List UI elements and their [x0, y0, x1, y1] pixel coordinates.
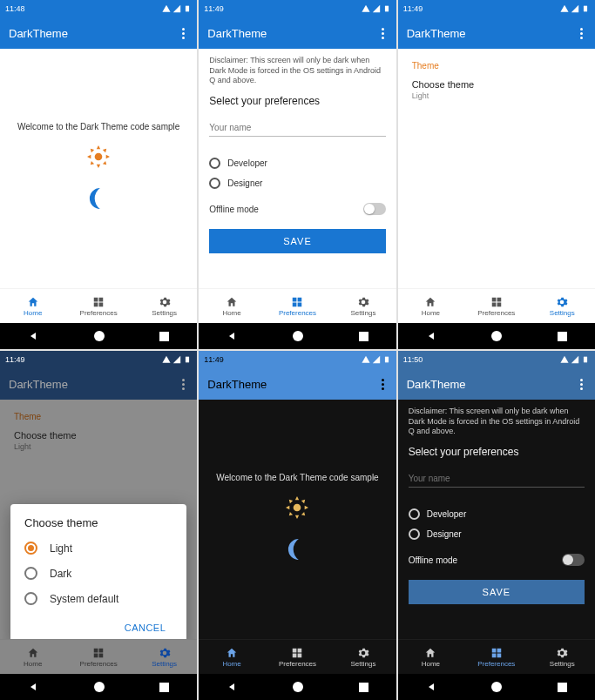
clock: 11:49 [204, 4, 224, 13]
overflow-menu-icon[interactable] [179, 375, 188, 394]
nav-home[interactable]: Home [398, 289, 463, 323]
app-title: DarkTheme [407, 378, 466, 391]
nav-settings[interactable]: Settings [132, 640, 197, 674]
back-icon[interactable] [426, 331, 436, 341]
status-bar: 11:50 [398, 351, 595, 368]
recents-icon[interactable] [558, 332, 567, 341]
nav-settings[interactable]: Settings [330, 640, 396, 674]
save-button[interactable]: SAVE [209, 229, 385, 253]
bottom-nav: Home Preferences Settings [199, 639, 396, 674]
nav-prefs[interactable]: Preferences [463, 640, 529, 674]
offline-label: Offline mode [209, 205, 259, 214]
offline-switch[interactable] [562, 554, 585, 566]
back-icon[interactable] [227, 682, 237, 692]
nav-settings[interactable]: Settings [530, 289, 595, 323]
home-icon[interactable] [94, 331, 105, 341]
nav-prefs[interactable]: Preferences [65, 289, 131, 323]
save-button[interactable]: SAVE [409, 580, 585, 604]
recents-icon[interactable] [558, 683, 567, 692]
app-title: DarkTheme [207, 378, 267, 391]
offline-switch[interactable] [363, 203, 386, 215]
bottom-nav: Home Preferences Settings [398, 639, 595, 674]
radio-icon [209, 178, 220, 189]
prefs-heading: Select your preferences [409, 446, 585, 458]
radio-designer[interactable]: Designer [409, 528, 585, 540]
radio-developer[interactable]: Developer [209, 158, 385, 169]
clock: 11:49 [204, 355, 224, 364]
screen-home-dark: 11:49 DarkTheme Welcome to the Dark Them… [199, 351, 396, 700]
app-bar: DarkTheme [199, 17, 396, 49]
name-input[interactable] [409, 470, 585, 488]
recents-icon[interactable] [159, 683, 169, 692]
home-icon[interactable] [491, 682, 502, 692]
nav-home[interactable]: Home [398, 640, 463, 674]
overflow-menu-icon[interactable] [179, 24, 188, 43]
clock: 11:49 [403, 4, 423, 13]
offline-label: Offline mode [409, 555, 458, 565]
nav-home[interactable]: Home [199, 289, 264, 323]
content: Disclaimer: This screen will only be dar… [398, 400, 595, 639]
app-bar: DarkTheme [398, 368, 595, 400]
overflow-menu-icon[interactable] [378, 24, 388, 43]
nav-prefs[interactable]: Preferences [65, 640, 131, 674]
nav-home[interactable]: Home [0, 289, 65, 323]
radio-icon [409, 508, 420, 520]
home-icon[interactable] [293, 682, 303, 692]
home-icon[interactable] [293, 331, 303, 341]
moon-icon [287, 536, 307, 566]
nav-prefs[interactable]: Preferences [463, 289, 529, 323]
nav-settings-label: Settings [152, 309, 177, 317]
overflow-menu-icon[interactable] [577, 375, 586, 394]
dialog-title: Choose theme [24, 516, 172, 529]
name-input[interactable] [209, 119, 385, 137]
app-title: DarkTheme [9, 378, 68, 391]
nav-home[interactable]: Home [0, 640, 65, 674]
radio-icon [409, 528, 420, 540]
screen-settings-dialog: 11:49 DarkTheme Theme Choose theme Light… [0, 351, 197, 700]
radio-label: Designer [227, 178, 262, 188]
overflow-menu-icon[interactable] [378, 375, 388, 394]
cancel-button[interactable]: CANCEL [118, 617, 173, 638]
nav-prefs[interactable]: Preferences [265, 640, 330, 674]
option-system-default[interactable]: System default [24, 592, 172, 605]
home-icon[interactable] [94, 682, 105, 692]
app-bar: DarkTheme [398, 17, 595, 49]
back-icon[interactable] [227, 331, 237, 341]
recents-icon[interactable] [359, 683, 368, 692]
nav-prefs-label: Preferences [80, 309, 118, 317]
choose-theme-item[interactable]: Choose theme Light [412, 79, 581, 100]
svg-point-0 [95, 153, 103, 161]
nav-settings[interactable]: Settings [530, 640, 595, 674]
svg-point-1 [294, 504, 301, 512]
nav-home[interactable]: Home [199, 640, 264, 674]
back-icon[interactable] [28, 331, 38, 341]
overflow-menu-icon[interactable] [577, 24, 586, 43]
option-light[interactable]: Light [24, 542, 172, 555]
content: Welcome to the Dark Theme code sample [199, 400, 396, 639]
app-title: DarkTheme [407, 27, 466, 40]
bottom-nav: Home Preferences Settings [0, 639, 197, 674]
radio-icon [24, 542, 37, 555]
nav-prefs[interactable]: Preferences [265, 289, 330, 323]
back-icon[interactable] [28, 682, 38, 692]
status-bar: 11:48 [0, 0, 197, 17]
welcome-text: Welcome to the Dark Theme code sample [216, 473, 378, 482]
disclaimer-text: Disclaimer: This screen will only be dar… [209, 56, 385, 86]
moon-icon [89, 185, 108, 215]
home-icon[interactable] [491, 331, 502, 341]
nav-settings[interactable]: Settings [132, 289, 197, 323]
clock: 11:48 [5, 4, 25, 13]
radio-designer[interactable]: Designer [209, 178, 385, 189]
prefs-heading: Select your preferences [209, 95, 385, 107]
recents-icon[interactable] [159, 332, 169, 341]
radio-icon [24, 567, 37, 580]
option-dark[interactable]: Dark [24, 567, 172, 580]
radio-developer[interactable]: Developer [409, 508, 585, 520]
offline-row: Offline mode [209, 203, 385, 215]
status-bar: 11:49 [199, 351, 396, 368]
sun-icon [87, 145, 110, 172]
recents-icon[interactable] [359, 332, 368, 341]
nav-settings[interactable]: Settings [330, 289, 396, 323]
screen-prefs-light: 11:49 DarkTheme Disclaimer: This screen … [199, 0, 396, 349]
back-icon[interactable] [426, 682, 436, 692]
